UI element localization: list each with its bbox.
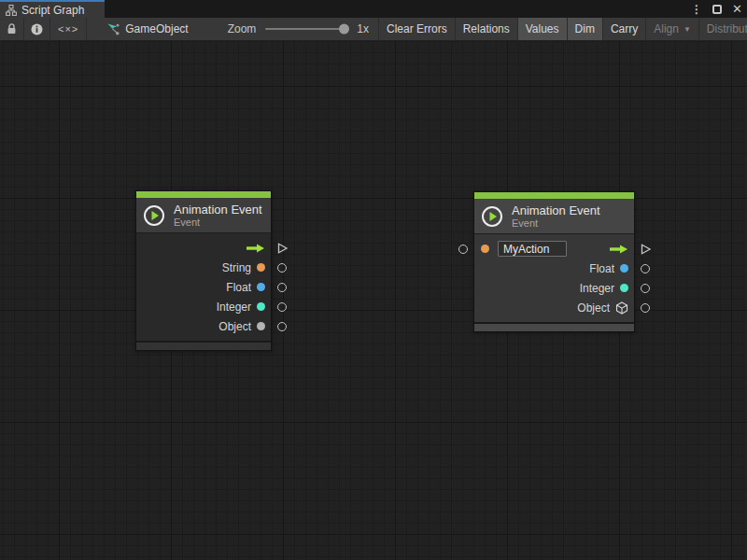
value-output-port[interactable]: [641, 303, 650, 313]
port-label: String: [222, 261, 251, 274]
zoom-control: Zoom 1x: [198, 18, 378, 40]
port-type-dot: [257, 263, 265, 272]
port-label: Float: [589, 262, 614, 275]
zoom-value: 1x: [357, 22, 369, 35]
node-row-integer: Integer: [136, 297, 271, 316]
input-type-dot: [481, 245, 489, 253]
node-footer: [474, 322, 634, 331]
value-output-port[interactable]: [277, 283, 287, 292]
node-animation-event[interactable]: Animation EventEventFloatIntegerObject: [473, 191, 635, 332]
graph-canvas[interactable]: Animation EventEventStringFloatIntegerOb…: [0, 41, 747, 560]
node-title: Animation Event: [174, 203, 262, 217]
node-row-string: String: [136, 258, 271, 277]
node-row-object: Object: [136, 316, 271, 336]
toolbar-button-dim[interactable]: Dim: [568, 18, 603, 40]
value-output-port[interactable]: [277, 302, 287, 312]
zoom-slider-handle[interactable]: [339, 24, 349, 35]
value-output-port[interactable]: [277, 322, 287, 331]
toolbar-gap: [87, 18, 98, 40]
cube-icon: [615, 301, 628, 315]
node-row-flow: [136, 238, 271, 258]
toolbar-button-label: Values: [526, 22, 559, 35]
tab-bar: Script Graph ⋮ ✕: [0, 0, 747, 18]
port-label: Object: [218, 320, 251, 333]
node-subtitle: Event: [512, 217, 600, 229]
node-row-float: Float: [474, 259, 634, 278]
value-output-port[interactable]: [641, 284, 650, 293]
info-icon: [31, 23, 43, 35]
code-icon: <×>: [58, 23, 78, 35]
node-titles: Animation EventEvent: [512, 203, 600, 229]
lock-icon: [7, 23, 17, 35]
toolbar-button-relations[interactable]: Relations: [456, 18, 518, 40]
node-animation-event[interactable]: Animation EventEventStringFloatIntegerOb…: [135, 190, 272, 351]
node-header[interactable]: Animation EventEvent: [136, 198, 271, 232]
event-name-input[interactable]: [498, 241, 567, 257]
value-output-port[interactable]: [641, 264, 650, 273]
code-preview-button[interactable]: <×>: [50, 18, 87, 40]
window-controls: ⋮ ✕: [691, 0, 742, 18]
node-row-object: Object: [474, 298, 634, 317]
zoom-label: Zoom: [228, 22, 257, 35]
toolbar-button-distribute[interactable]: Distribute▼: [699, 18, 747, 40]
toolbar-button-label: Dim: [575, 22, 595, 35]
port-type-dot: [620, 284, 628, 292]
node-titles: Animation EventEvent: [174, 203, 262, 228]
port-type-dot: [257, 322, 265, 330]
toolbar-button-label: Clear Errors: [387, 22, 447, 35]
graph-target-label: GameObject: [125, 22, 188, 35]
value-input-port[interactable]: [458, 245, 468, 254]
graph-hierarchy-icon: [6, 5, 17, 16]
port-type-dot: [257, 283, 265, 291]
toolbar-button-label: Distribute: [707, 22, 747, 35]
value-output-port[interactable]: [277, 263, 287, 273]
port-type-dot: [620, 264, 628, 273]
tab-script-graph[interactable]: Script Graph: [0, 0, 105, 18]
play-icon: [143, 204, 165, 227]
lock-button[interactable]: [0, 18, 24, 40]
node-accent-bar: [474, 192, 634, 199]
graph-toolbar: <×> GameObject Zoom 1x Clear ErrorsRelat…: [0, 18, 747, 41]
close-icon[interactable]: ✕: [732, 3, 742, 15]
node-accent-bar: [136, 191, 271, 198]
flow-arrow-icon: [245, 243, 265, 254]
node-header[interactable]: Animation EventEvent: [474, 199, 634, 233]
node-subtitle: Event: [174, 217, 262, 228]
node-footer: [136, 341, 271, 350]
toolbar-buttons: Clear ErrorsRelationsValuesDimCarryAlign…: [378, 18, 747, 40]
toolbar-button-carry[interactable]: Carry: [603, 18, 646, 40]
chevron-down-icon: ▼: [684, 25, 691, 34]
window-menu-button[interactable]: ⋮: [691, 4, 702, 15]
toolbar-button-values[interactable]: Values: [518, 18, 568, 40]
script-graph-asset-icon: [107, 23, 120, 35]
graph-target[interactable]: GameObject: [98, 18, 197, 40]
flow-arrow-icon: [608, 244, 628, 255]
toolbar-button-align[interactable]: Align▼: [646, 18, 699, 40]
node-body: StringFloatIntegerObject: [136, 232, 271, 341]
port-type-dot: [257, 302, 265, 311]
tab-label: Script Graph: [21, 4, 84, 17]
zoom-slider[interactable]: [265, 28, 347, 30]
play-icon: [481, 205, 503, 228]
port-label: Integer: [217, 301, 251, 314]
node-row-integer: Integer: [474, 278, 634, 298]
node-title: Animation Event: [512, 203, 600, 217]
port-label: Integer: [580, 282, 614, 295]
node-row-float: Float: [136, 277, 271, 297]
node-row-flow: [474, 239, 634, 259]
port-label: Float: [226, 281, 251, 294]
node-body: FloatIntegerObject: [474, 233, 634, 322]
flow-output-port[interactable]: [276, 242, 289, 254]
toolbar-button-clear-errors[interactable]: Clear Errors: [379, 18, 456, 40]
toolbar-button-label: Relations: [463, 22, 510, 35]
flow-output-port[interactable]: [640, 243, 652, 255]
toolbar-button-label: Carry: [611, 22, 638, 35]
script-graph-window: Script Graph ⋮ ✕: [0, 0, 747, 560]
port-label: Object: [577, 301, 610, 315]
maximize-icon[interactable]: [712, 5, 722, 14]
inspector-button[interactable]: [24, 18, 50, 40]
toolbar-button-label: Align: [654, 22, 679, 35]
